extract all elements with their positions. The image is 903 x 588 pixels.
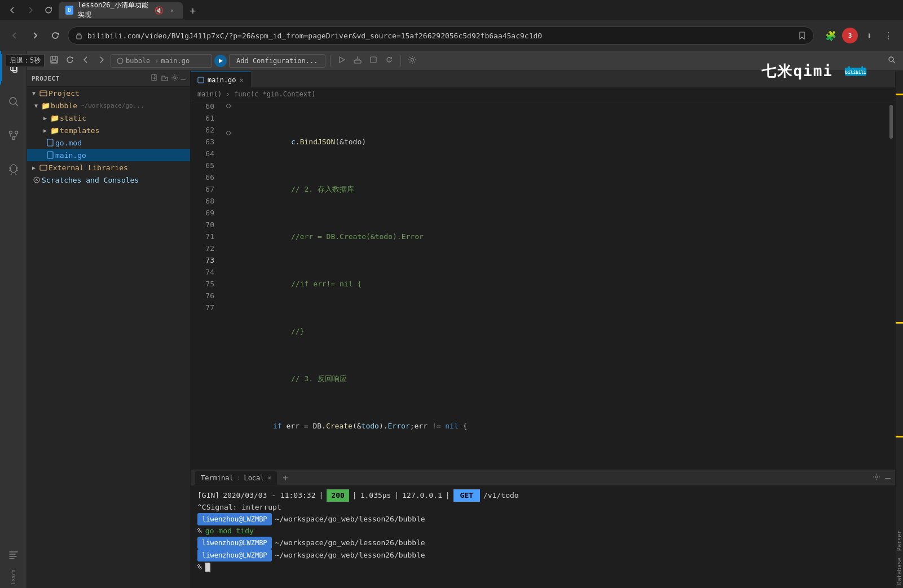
address-bar[interactable]: bilibili.com/video/BV1gJ411p7xC/?p=26&sp… <box>68 26 814 45</box>
svg-marker-15 <box>219 59 223 63</box>
toolbar-forward-icon[interactable] <box>95 53 108 68</box>
tree-project-label: Project <box>32 75 148 82</box>
svg-point-14 <box>117 58 123 64</box>
svg-rect-26 <box>40 165 47 170</box>
gin-datetime: 2020/03/03 - 11:03:32 <box>223 490 315 501</box>
settings-gear-icon[interactable] <box>406 53 419 68</box>
ln-71: 71 <box>191 231 214 242</box>
tree-bubble-folder[interactable]: ▼ 📁 bubble ~/workspace/go... <box>27 99 190 112</box>
terminal-content: [GIN] 2020/03/03 - 11:03:32 | 200 | 1.03… <box>191 486 895 588</box>
signal-text: ^CSignal: interrupt <box>197 502 281 513</box>
browser-refresh-btn[interactable] <box>41 2 56 18</box>
activity-item-learn: Learn <box>0 538 27 588</box>
ide-top: Project – <box>27 71 903 588</box>
download-icon[interactable]: ⬇ <box>861 28 877 43</box>
tree-icon-new-folder[interactable] <box>161 74 169 83</box>
tree-maingo-file[interactable]: main.go <box>27 149 190 161</box>
tree-icon-settings[interactable] <box>171 74 179 83</box>
editor-tab-close[interactable]: ✕ <box>240 77 244 83</box>
nav-back-btn[interactable] <box>7 28 23 43</box>
browser-back-btn[interactable] <box>5 2 20 18</box>
ln-61: 61 <box>191 112 214 124</box>
browser-forward-btn[interactable] <box>23 2 38 18</box>
reload-icon[interactable] <box>382 53 396 68</box>
mute-icon[interactable]: 🔇 <box>155 6 164 15</box>
activity-item-git <box>0 118 27 152</box>
terminal-minimize-btn[interactable]: – <box>885 472 891 483</box>
toolbar-save-icon[interactable] <box>47 53 61 68</box>
editor-area: 60 61 62 63 64 65 66 67 68 69 <box>191 100 895 470</box>
extensions-icon[interactable]: 🧩 <box>823 28 839 43</box>
browser-toolbar-icons: 🧩 3 ⬇ ⋮ <box>823 28 896 43</box>
tab-favicon: B <box>65 6 73 15</box>
rs-database-label[interactable]: Database <box>896 554 903 588</box>
new-tab-btn[interactable]: + <box>185 2 201 18</box>
ln-63: 63 <box>191 136 214 148</box>
add-config-btn[interactable]: Add Configuration... <box>229 54 325 68</box>
stop-icon[interactable] <box>367 53 380 68</box>
git-icon[interactable] <box>0 122 27 149</box>
search-toolbar-icon[interactable] <box>885 53 898 68</box>
terminal-add-btn[interactable]: + <box>279 472 292 484</box>
ln-62: 62 <box>191 124 214 136</box>
ln-65: 65 <box>191 160 214 171</box>
build-icon[interactable] <box>351 53 364 68</box>
bookmark-icon[interactable] <box>798 31 807 40</box>
editor-tab-maingo[interactable]: main.go ✕ <box>191 72 251 87</box>
tab-close-btn[interactable]: ✕ <box>168 6 176 15</box>
tree-icon-new-file[interactable] <box>151 74 158 83</box>
rs-parser-label[interactable]: Parser <box>896 527 903 554</box>
tree-gomod-file[interactable]: go.mod <box>27 136 190 149</box>
learn-icon[interactable] <box>0 541 27 568</box>
search-icon[interactable] <box>0 88 27 115</box>
tree-static-arrow: ▶ <box>41 115 50 121</box>
tree-static-folder[interactable]: ▶ 📁 static <box>27 112 190 124</box>
toolbar-back-icon[interactable] <box>79 53 92 68</box>
editor-tab-label: main.go <box>208 76 236 84</box>
timer-text: 后退：5秒 <box>10 56 41 64</box>
gin-pipe-1: | <box>319 490 324 501</box>
notification-icon-wrap: 3 <box>842 28 858 43</box>
timer-overlay: 后退：5秒 <box>6 54 45 67</box>
gutter-markers <box>224 100 232 470</box>
terminal-tab-close[interactable]: ✕ <box>268 474 272 481</box>
project-tree: Project – <box>27 71 191 588</box>
settings-icon[interactable]: ⋮ <box>880 28 896 43</box>
terminal-tab-label: Terminal <box>201 474 234 482</box>
debug-icon[interactable] <box>0 156 27 183</box>
run-config-dropdown[interactable]: bubble › main.go <box>111 54 212 68</box>
ln-73: 73 <box>191 254 214 266</box>
tree-scratches[interactable]: Scratches and Consoles <box>27 174 190 186</box>
ln-66: 66 <box>191 171 214 183</box>
browser-tab-active[interactable]: B lesson26_小清单功能实现 🔇 ✕ <box>59 2 183 19</box>
ln-68: 68 <box>191 195 214 207</box>
tree-templates-arrow: ▶ <box>41 127 50 134</box>
run-config-sep: › <box>155 57 158 65</box>
svg-rect-13 <box>52 60 56 63</box>
prompt-user-3: liwenzhou@LWZMBP <box>197 549 272 562</box>
toolbar-sync-icon[interactable] <box>63 53 77 68</box>
editor-scrollbar[interactable] <box>887 100 895 470</box>
ln-67: 67 <box>191 183 214 195</box>
rs-indicator-bot <box>896 436 903 437</box>
run-icon[interactable] <box>335 53 349 68</box>
svg-rect-28 <box>198 77 204 83</box>
nav-refresh-btn[interactable] <box>47 28 63 43</box>
code-line-63: //if err!= nil { <box>237 278 883 290</box>
svg-point-19 <box>411 59 413 61</box>
profile-icon[interactable]: 3 <box>842 28 858 43</box>
terminal-tab-local[interactable]: Terminal : Local ✕ <box>195 471 277 485</box>
tree-project-icon <box>38 89 49 97</box>
tree-root-item[interactable]: ▼ Project <box>27 87 190 99</box>
tree-icon-close[interactable]: – <box>181 74 186 83</box>
line-numbers-col: 60 61 62 63 64 65 66 67 68 69 <box>191 100 224 313</box>
breadcrumb-text: main() › func(c *gin.Context) <box>197 90 316 98</box>
cursor-line: % <box>197 562 888 573</box>
run-btn[interactable] <box>214 55 227 67</box>
tree-templates-folder[interactable]: ▶ 📁 templates <box>27 124 190 136</box>
tree-ext-libs[interactable]: ▶ External Libraries <box>27 161 190 174</box>
nav-forward-btn[interactable] <box>27 28 43 43</box>
tree-bubble-arrow: ▼ <box>32 103 41 109</box>
terminal-settings-icon[interactable] <box>873 473 880 483</box>
code-content[interactable]: c.BindJSON(&todo) // 2. 存入数据库 //err = DB… <box>232 100 887 470</box>
